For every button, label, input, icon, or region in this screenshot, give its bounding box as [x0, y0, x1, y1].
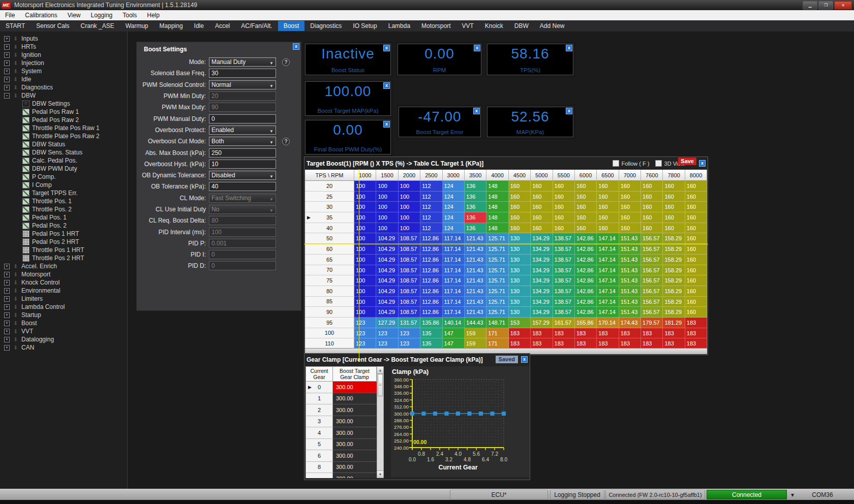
boost-cell[interactable]: 160 — [531, 192, 553, 202]
sidebar-item-throttle-plate-pos-raw-1[interactable]: Throttle Plate Pos Raw 1 — [0, 124, 127, 132]
rpm-column-header[interactable]: 4500 — [509, 170, 531, 181]
boost-cell[interactable]: 183 — [663, 338, 685, 349]
boost-cell[interactable]: 183 — [531, 328, 553, 339]
boost-cell[interactable]: 183 — [641, 338, 663, 349]
boost-cell[interactable]: 134.29 — [531, 244, 553, 255]
menu-help[interactable]: Help — [142, 11, 165, 20]
tps-row-header[interactable]: 95 — [305, 318, 354, 328]
expand-icon[interactable]: + — [4, 312, 10, 318]
sidebar-item-target-tpps-err-[interactable]: Target TPPS Err. — [0, 189, 127, 197]
menu-file[interactable]: File — [0, 11, 20, 20]
overboost-protect-select[interactable]: Enabled▼ — [209, 125, 276, 135]
boost-cell[interactable]: 125.71 — [486, 297, 508, 307]
gear-cell[interactable]: 5 — [306, 439, 333, 451]
gear-cell[interactable]: 6 — [306, 450, 333, 462]
boost-cell[interactable]: 183 — [619, 328, 641, 339]
boost-cell[interactable]: 159 — [465, 338, 486, 349]
boost-cell[interactable]: 147.14 — [597, 233, 619, 244]
expand-icon[interactable]: + — [4, 52, 10, 58]
close-gauge-icon[interactable]: x — [383, 121, 390, 128]
sidebar-item-throttle-pos-1-hrt[interactable]: Throttle Pos 1 HRT — [0, 246, 127, 254]
boost-cell[interactable]: 183 — [531, 338, 553, 349]
boost-cell[interactable]: 125.71 — [486, 265, 508, 276]
boost-cell[interactable]: 158.29 — [663, 255, 685, 265]
sidebar-item-injection[interactable]: +⬇Injection — [0, 59, 127, 67]
boost-cell[interactable]: 156.57 — [641, 275, 663, 286]
boost-cell[interactable]: 123 — [399, 328, 420, 339]
tps-row-header[interactable]: 25 — [305, 192, 354, 202]
data-marker[interactable] — [410, 412, 414, 416]
boost-cell[interactable]: 171 — [486, 328, 508, 339]
boost-cell[interactable]: 121.43 — [465, 307, 486, 318]
boost-cell[interactable]: 112.86 — [420, 307, 442, 318]
boost-cell[interactable]: 100 — [354, 297, 376, 307]
boost-cell[interactable]: 108.57 — [399, 233, 420, 244]
data-marker[interactable] — [445, 412, 449, 416]
sidebar-item-pedal-pos-raw-1[interactable]: Pedal Pos Raw 1 — [0, 108, 127, 116]
boost-cell[interactable]: 130 — [509, 297, 531, 307]
sidebar-item-throttle-pos-1[interactable]: Throttle Pos. 1 — [0, 197, 127, 205]
collapse-icon[interactable]: − — [4, 93, 10, 99]
boost-cell[interactable]: 183 — [553, 338, 575, 349]
expand-icon[interactable]: + — [4, 296, 10, 302]
boost-cell[interactable]: 131.57 — [399, 318, 420, 328]
clamp-value-cell[interactable]: 300.00 — [333, 450, 377, 462]
boost-cell[interactable]: 138.57 — [553, 233, 575, 244]
boost-cell[interactable]: 183 — [509, 338, 531, 349]
boost-cell[interactable]: 100 — [376, 212, 398, 223]
boost-cell[interactable]: 158.29 — [663, 233, 685, 244]
boost-cell[interactable]: 160 — [531, 212, 553, 223]
boost-cell[interactable]: 100 — [354, 275, 376, 286]
boost-cell[interactable]: 160 — [553, 202, 575, 212]
boost-cell[interactable]: 125.71 — [486, 233, 508, 244]
boost-cell[interactable]: 125.71 — [486, 275, 508, 286]
sidebar-item-datalogging[interactable]: +⬇Datalogging — [0, 335, 127, 343]
boost-cell[interactable]: 130 — [509, 307, 531, 318]
boost-cell[interactable]: 100 — [354, 255, 376, 265]
boost-cell[interactable]: 151.43 — [619, 233, 641, 244]
boost-cell[interactable]: 147.14 — [597, 244, 619, 255]
boost-cell[interactable]: 135 — [420, 328, 442, 339]
follow-checkbox[interactable] — [613, 160, 619, 167]
menu-view[interactable]: View — [63, 11, 86, 20]
boost-cell[interactable]: 117.14 — [443, 233, 465, 244]
boost-cell[interactable]: 165.86 — [575, 318, 597, 328]
boost-cell[interactable]: 123 — [354, 318, 376, 328]
sidebar-item-dbw[interactable]: −⬇DBW — [0, 91, 127, 100]
abs-max-boost-kpa-field[interactable]: 250 — [209, 148, 276, 158]
clamp-value-cell[interactable]: 300.00 — [333, 416, 377, 428]
boost-cell[interactable]: 148 — [486, 181, 508, 192]
boost-cell[interactable]: 124 — [443, 223, 465, 234]
tab-lambda[interactable]: Lambda — [383, 21, 416, 31]
sidebar-item-environmental[interactable]: +⬇Environmental — [0, 287, 127, 295]
boost-cell[interactable]: 160 — [531, 202, 553, 212]
sidebar-item-throttle-pos-2[interactable]: Throttle Pos. 2 — [0, 205, 127, 213]
scrollbar-thumb[interactable] — [378, 374, 383, 396]
tab-sensor-cals[interactable]: Sensor Cals — [30, 21, 75, 31]
tab-motorsport[interactable]: Motorsport — [416, 21, 456, 31]
expand-icon[interactable]: + — [4, 321, 10, 326]
close-panel-icon[interactable]: x — [293, 43, 299, 50]
mode-select[interactable]: Manual Duty▼ — [209, 57, 276, 67]
boost-cell[interactable]: 136 — [465, 181, 486, 192]
boost-cell[interactable]: 160 — [553, 192, 575, 202]
boost-cell[interactable]: 147.14 — [597, 286, 619, 297]
close-gauge-icon[interactable]: x — [566, 45, 572, 51]
tps-row-header[interactable]: 20 — [305, 181, 354, 192]
boost-cell[interactable]: 121.43 — [465, 275, 486, 286]
tps-row-header[interactable]: 90 — [305, 307, 354, 318]
tab-accel[interactable]: Accel — [209, 21, 235, 31]
gear-cell[interactable]: 0▶ — [306, 382, 333, 393]
sidebar-item-dbw-sens-status[interactable]: DBW Sens. Status — [0, 148, 127, 156]
boost-cell[interactable]: 136 — [465, 212, 486, 223]
tps-row-header[interactable]: 70 — [305, 265, 354, 276]
boost-cell[interactable]: 121.43 — [465, 286, 486, 297]
boost-cell[interactable]: 100 — [354, 202, 376, 212]
boost-cell[interactable]: 160 — [685, 202, 707, 212]
boost-cell[interactable]: 156.57 — [641, 286, 663, 297]
boost-cell[interactable]: 179.57 — [641, 318, 663, 328]
boost-cell[interactable]: 108.57 — [399, 297, 420, 307]
sidebar-item-throttle-plate-pos-raw-2[interactable]: Throttle Plate Pos Raw 2 — [0, 132, 127, 140]
expand-icon[interactable]: + — [4, 44, 10, 50]
sidebar-item-diagnostics[interactable]: +⬇Diagnostics — [0, 83, 127, 91]
